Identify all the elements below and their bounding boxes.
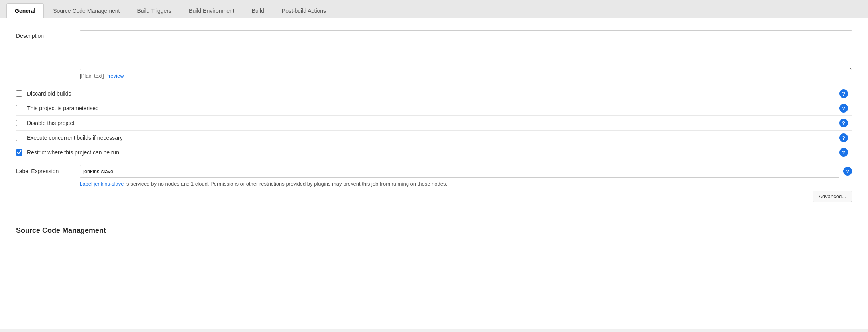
label-expression-section: Label Expression ? Label jenkins-slave i… (16, 160, 852, 207)
preview-link[interactable]: Preview (105, 73, 124, 79)
label-info-text: Label jenkins-slave is serviced by no no… (80, 181, 852, 187)
page-container: General Source Code Management Build Tri… (0, 0, 868, 332)
section-divider (16, 217, 852, 217)
plain-text-hint: [Plain text] (80, 73, 104, 79)
parameterised-label: This project is parameterised (27, 105, 99, 111)
main-content: Description [Plain text] Preview Discard… (0, 18, 868, 329)
concurrent-builds-help-button[interactable]: ? (839, 133, 848, 142)
discard-old-builds-help-button[interactable]: ? (839, 89, 848, 98)
checkbox-row-restrict-where: Restrict where this project can be run ? (16, 145, 852, 160)
checkbox-row-disable-project: Disable this project ? (16, 115, 852, 130)
checkbox-row-discard-old-builds: Discard old builds ? (16, 86, 852, 101)
description-control-wrap: [Plain text] Preview (80, 30, 852, 79)
label-expression-input[interactable] (80, 165, 839, 178)
concurrent-builds-checkbox[interactable] (16, 135, 22, 141)
disable-project-label: Disable this project (27, 120, 74, 126)
description-row: Description [Plain text] Preview (16, 30, 852, 79)
tab-general[interactable]: General (6, 3, 44, 18)
label-info-description: is serviced by no nodes and 1 cloud. Per… (124, 181, 447, 187)
label-jenkins-slave-link[interactable]: Label jenkins-slave (80, 181, 124, 187)
parameterised-checkbox[interactable] (16, 105, 22, 111)
discard-old-builds-checkbox[interactable] (16, 90, 22, 97)
label-expression-help-button[interactable]: ? (843, 167, 852, 176)
description-textarea[interactable] (80, 30, 852, 70)
checkbox-row-concurrent-builds: Execute concurrent builds if necessary ? (16, 130, 852, 145)
tab-scm[interactable]: Source Code Management (45, 3, 128, 18)
checkbox-row-parameterised: This project is parameterised ? (16, 101, 852, 115)
discard-old-builds-label: Discard old builds (27, 90, 71, 97)
tab-post-build-actions[interactable]: Post-build Actions (273, 3, 334, 18)
source-code-management-heading: Source Code Management (16, 227, 852, 235)
restrict-where-help-button[interactable]: ? (839, 148, 848, 157)
advanced-button[interactable]: Advanced... (813, 191, 852, 202)
tab-build-environment[interactable]: Build Environment (181, 3, 243, 18)
checkboxes-container: Discard old builds ? This project is par… (16, 86, 852, 160)
advanced-btn-row: Advanced... (16, 191, 852, 202)
disable-project-help-button[interactable]: ? (839, 119, 848, 127)
disable-project-checkbox[interactable] (16, 120, 22, 126)
tab-build[interactable]: Build (244, 3, 273, 18)
concurrent-builds-label: Execute concurrent builds if necessary (27, 135, 123, 141)
label-expression-row: Label Expression ? (16, 165, 852, 178)
label-expression-label: Label Expression (16, 168, 80, 174)
parameterised-help-button[interactable]: ? (839, 104, 848, 113)
description-label: Description (16, 30, 80, 39)
restrict-where-label: Restrict where this project can be run (27, 149, 119, 156)
restrict-where-checkbox[interactable] (16, 149, 22, 156)
description-hint: [Plain text] Preview (80, 73, 852, 79)
tab-build-triggers[interactable]: Build Triggers (129, 3, 180, 18)
tab-bar: General Source Code Management Build Tri… (0, 0, 868, 18)
